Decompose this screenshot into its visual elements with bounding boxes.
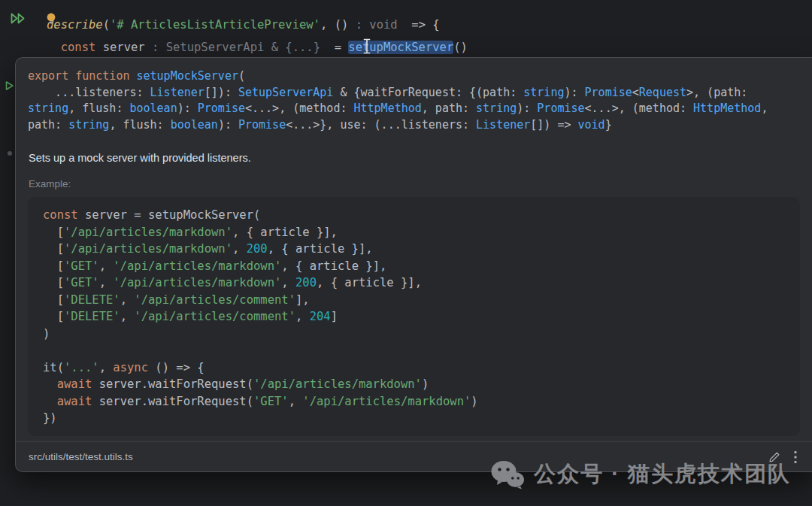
file-path-link[interactable]: src/utils/test/test.utils.ts bbox=[29, 451, 133, 462]
code-token: <...>, (method: bbox=[585, 102, 694, 115]
code-line: ['GET', '/api/articles/markdown', { arti… bbox=[43, 258, 800, 275]
code-token: , { article }], bbox=[317, 276, 422, 289]
code-token: setupMockServer bbox=[137, 69, 238, 83]
code-token: <...>, (method: bbox=[245, 102, 354, 115]
code-token: , { article }], bbox=[281, 259, 386, 273]
code-token: '/api/articles/markdown' bbox=[302, 395, 471, 408]
code-token: ) bbox=[471, 395, 477, 408]
code-line: ['DELETE', '/api/articles/comment', 204] bbox=[43, 308, 800, 326]
code-token: , { article }], bbox=[232, 226, 338, 239]
code-line: ['/api/articles/markdown', { article }], bbox=[43, 224, 800, 241]
editor-code-line-1[interactable]: describe('# ArticlesListArticlePreview',… bbox=[47, 17, 440, 32]
code-token: 'GET' bbox=[64, 276, 99, 289]
code-token: server.waitForRequest( bbox=[92, 395, 253, 408]
code-token: , flush: bbox=[68, 102, 129, 115]
code-token: ): bbox=[517, 102, 537, 115]
code-token: , bbox=[120, 310, 135, 323]
code-token: , bbox=[99, 276, 114, 289]
code-token: } bbox=[605, 118, 612, 132]
code-token: '/api/articles/markdown' bbox=[64, 242, 232, 256]
code-token bbox=[47, 41, 61, 54]
code-token: [ bbox=[43, 226, 64, 239]
code-token: , bbox=[761, 102, 768, 115]
code-token: server = setupMockServer( bbox=[78, 208, 261, 222]
code-token: , bbox=[232, 242, 247, 256]
code-line bbox=[43, 342, 800, 359]
code-token: [ bbox=[43, 242, 64, 256]
code-token: async bbox=[113, 361, 148, 374]
code-token: Promise bbox=[198, 102, 245, 115]
code-token: Request bbox=[639, 86, 686, 99]
code-line: it('...', async () => { bbox=[43, 359, 800, 377]
code-token: export function bbox=[28, 69, 137, 83]
code-token: Promise bbox=[585, 86, 632, 99]
code-token: 'DELETE' bbox=[64, 293, 120, 307]
code-token: path: bbox=[28, 118, 68, 132]
code-token: string bbox=[28, 102, 68, 115]
code-token: HttpMethod bbox=[354, 102, 422, 115]
code-token: HttpMethod bbox=[693, 102, 761, 115]
documentation-popup[interactable]: export function setupMockServer( ...list… bbox=[15, 57, 812, 472]
watermark: 公众号 · 猫头虎技术团队 bbox=[490, 459, 791, 489]
code-token: setupMockServer bbox=[348, 41, 453, 54]
code-line: ) bbox=[43, 326, 800, 343]
code-token: 200 bbox=[295, 276, 317, 289]
code-line: await server.waitForRequest('/api/articl… bbox=[43, 376, 800, 393]
code-token: []): bbox=[205, 86, 238, 99]
example-code-block[interactable]: const server = setupMockServer( ['/api/a… bbox=[28, 197, 800, 436]
code-token: 200 bbox=[247, 242, 268, 256]
run-all-tests-icon[interactable] bbox=[10, 12, 26, 25]
code-token: ], bbox=[295, 293, 310, 307]
code-token: string bbox=[68, 118, 109, 132]
code-token: '/api/articles/comment' bbox=[134, 293, 295, 307]
code-token: void bbox=[578, 118, 605, 132]
code-token: , bbox=[120, 293, 135, 307]
code-token bbox=[43, 344, 50, 357]
code-token: => { bbox=[404, 18, 440, 32]
signature-code: export function setupMockServer( ...list… bbox=[28, 68, 804, 133]
code-token: >, (path: bbox=[686, 86, 747, 99]
code-token: '/api/articles/markdown' bbox=[253, 377, 422, 391]
more-options-icon[interactable] bbox=[794, 450, 797, 464]
code-line: export function setupMockServer( bbox=[28, 68, 804, 85]
code-token: [ bbox=[43, 293, 64, 307]
code-token: boolean bbox=[129, 102, 177, 115]
code-token: ( bbox=[103, 18, 110, 32]
run-test-icon[interactable] bbox=[5, 80, 15, 91]
intention-bulb-icon[interactable] bbox=[46, 12, 56, 26]
code-token: 'GET' bbox=[64, 259, 99, 273]
code-line: }) bbox=[43, 410, 800, 427]
code-token: , bbox=[99, 361, 114, 374]
code-token: , bbox=[281, 276, 295, 289]
code-token: server.waitForRequest( bbox=[92, 377, 253, 391]
code-token: SetupServerApi bbox=[238, 86, 333, 99]
code-token: , { article }], bbox=[268, 242, 373, 256]
code-token: 'DELETE' bbox=[64, 310, 120, 323]
code-token: , bbox=[99, 259, 114, 273]
code-token: server bbox=[95, 41, 152, 54]
code-token: '/api/articles/markdown' bbox=[113, 259, 281, 273]
code-token: ) bbox=[43, 327, 50, 341]
code-token: 'GET' bbox=[253, 395, 289, 408]
ide-screen: describe('# ArticlesListArticlePreview',… bbox=[0, 0, 812, 506]
example-label: Example: bbox=[29, 178, 71, 189]
code-line: path: string, flush: boolean): Promise<.… bbox=[28, 117, 804, 134]
code-token: ): bbox=[218, 118, 238, 132]
code-token: it( bbox=[43, 361, 64, 374]
code-token: await bbox=[57, 377, 92, 391]
code-token: '/api/articles/comment' bbox=[134, 310, 295, 323]
description-text: Sets up a mock server with provided list… bbox=[29, 152, 251, 164]
editor-code-line-2[interactable]: const server : SetupServerApi & {...} = … bbox=[47, 40, 468, 55]
code-token bbox=[43, 395, 57, 408]
code-token: <...>}, use: (...listeners: bbox=[286, 118, 476, 132]
code-token: '...' bbox=[64, 361, 99, 374]
code-token: [ bbox=[43, 259, 64, 273]
code-token: , bbox=[320, 18, 335, 32]
code-token: , bbox=[295, 310, 310, 323]
code-line: const server = setupMockServer( bbox=[43, 207, 800, 224]
code-token: Listener bbox=[476, 118, 530, 132]
code-token: [ bbox=[43, 276, 64, 289]
code-token: 204 bbox=[310, 310, 331, 323]
watermark-text: 公众号 · 猫头虎技术团队 bbox=[534, 459, 791, 489]
code-token bbox=[43, 377, 57, 391]
